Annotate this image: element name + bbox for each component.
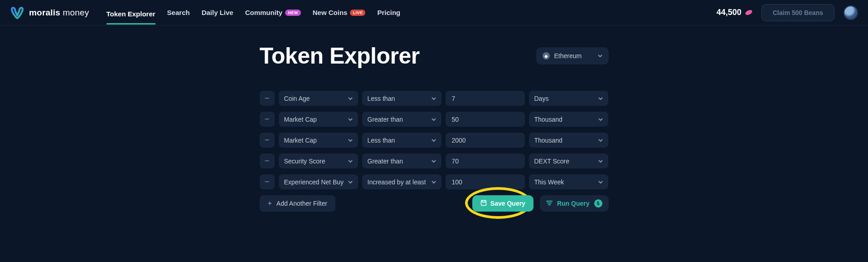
unit-label: Thousand: [534, 116, 598, 123]
page-header: Token Explorer ◆ Ethereum: [260, 43, 609, 69]
value-input[interactable]: [446, 91, 525, 106]
filter-icon: [546, 200, 553, 208]
bean-count: 44,500: [717, 8, 752, 17]
comparator-label: Less than: [368, 137, 432, 144]
nav-token-explorer[interactable]: Token Explorer: [107, 7, 155, 25]
nav-new-coins-label: New Coins: [313, 9, 348, 16]
new-badge: NEW: [285, 10, 301, 16]
filter-row: −Experienced Net BuyIncreased by at leas…: [260, 174, 609, 189]
unit-select[interactable]: Thousand: [529, 112, 608, 127]
chevron-down-icon: [432, 180, 436, 184]
metric-label: Market Cap: [284, 116, 348, 123]
filter-list: −Coin AgeLess thanDays−Market CapGreater…: [260, 91, 609, 189]
value-input[interactable]: [446, 153, 525, 168]
chevron-down-icon: [348, 138, 353, 143]
unit-select[interactable]: This Week: [529, 174, 608, 189]
plus-icon: +: [268, 199, 272, 208]
chevron-down-icon: [598, 96, 603, 101]
main-content: Token Explorer ◆ Ethereum −Coin AgeLess …: [0, 25, 868, 212]
svg-rect-1: [482, 200, 485, 202]
chain-label: Ethereum: [554, 52, 593, 59]
chain-select[interactable]: ◆ Ethereum: [536, 47, 609, 64]
metric-select[interactable]: Experienced Net Buy: [279, 174, 358, 189]
comparator-label: Greater than: [368, 158, 432, 165]
run-query-button[interactable]: Run Query 5: [540, 195, 609, 212]
nav-community[interactable]: Community NEW: [245, 6, 301, 19]
unit-select[interactable]: Thousand: [529, 133, 608, 148]
comparator-select[interactable]: Increased by at least: [362, 174, 441, 189]
chevron-down-icon: [348, 180, 353, 184]
save-icon: [480, 200, 487, 208]
remove-filter-button[interactable]: −: [260, 91, 275, 106]
topbar: moralis money Token Explorer Search Dail…: [0, 0, 868, 25]
comparator-label: Less than: [368, 95, 432, 102]
nav-pricing[interactable]: Pricing: [377, 6, 400, 19]
nav-search[interactable]: Search: [167, 6, 190, 19]
chevron-down-icon: [348, 159, 353, 163]
chevron-down-icon: [348, 117, 353, 122]
filter-row: −Market CapGreater thanThousand: [260, 112, 609, 127]
metric-label: Experienced Net Buy: [284, 178, 348, 186]
metric-select[interactable]: Coin Age: [279, 91, 358, 106]
remove-filter-button[interactable]: −: [260, 112, 275, 127]
svg-rect-0: [481, 200, 486, 205]
bean-icon: [745, 9, 753, 16]
nav-new-coins[interactable]: New Coins LIVE: [313, 6, 366, 19]
page-title: Token Explorer: [260, 43, 420, 69]
claim-beans-button[interactable]: Claim 500 Beans: [761, 4, 834, 21]
save-query-label: Save Query: [490, 200, 525, 207]
comparator-label: Increased by at least: [368, 178, 432, 186]
chevron-down-icon: [598, 117, 603, 122]
filter-row: −Market CapLess thanThousand: [260, 133, 609, 148]
run-count-badge: 5: [594, 199, 602, 208]
chevron-down-icon: [348, 96, 353, 101]
unit-select[interactable]: Days: [529, 91, 608, 106]
unit-label: Thousand: [534, 137, 598, 144]
value-input[interactable]: [446, 133, 525, 148]
topbar-right: 44,500 Claim 500 Beans: [717, 4, 858, 21]
comparator-select[interactable]: Less than: [362, 133, 441, 148]
chevron-down-icon: [598, 180, 603, 184]
filter-row: −Coin AgeLess thanDays: [260, 91, 609, 106]
add-filter-label: Add Another Filter: [276, 200, 327, 207]
metric-label: Coin Age: [284, 95, 348, 102]
metric-label: Market Cap: [284, 137, 348, 144]
nav-community-label: Community: [245, 9, 283, 16]
main-nav: Token Explorer Search Daily Live Communi…: [107, 6, 401, 19]
chevron-down-icon: [598, 138, 603, 143]
chevron-down-icon: [598, 159, 603, 163]
value-input[interactable]: [446, 174, 525, 189]
metric-select[interactable]: Security Score: [279, 153, 358, 168]
metric-select[interactable]: Market Cap: [279, 112, 358, 127]
remove-filter-button[interactable]: −: [260, 174, 275, 189]
metric-label: Security Score: [284, 158, 348, 165]
avatar[interactable]: [844, 5, 858, 20]
actions-row: + Add Another Filter Save Query: [260, 195, 609, 212]
bean-count-value: 44,500: [717, 8, 742, 17]
chevron-down-icon: [432, 117, 436, 122]
unit-label: This Week: [534, 178, 598, 186]
add-filter-button[interactable]: + Add Another Filter: [260, 195, 335, 212]
logo-mark-icon: [10, 6, 24, 19]
brand-logo[interactable]: moralis money: [10, 6, 89, 19]
comparator-select[interactable]: Less than: [362, 91, 441, 106]
comparator-select[interactable]: Greater than: [362, 153, 441, 168]
unit-select[interactable]: DEXT Score: [529, 153, 608, 168]
remove-filter-button[interactable]: −: [260, 153, 275, 168]
metric-select[interactable]: Market Cap: [279, 133, 358, 148]
brand-name: moralis money: [29, 8, 89, 18]
run-query-label: Run Query: [557, 200, 590, 207]
nav-daily-live[interactable]: Daily Live: [202, 6, 233, 19]
save-query-button[interactable]: Save Query: [472, 195, 533, 212]
value-input[interactable]: [446, 112, 525, 127]
chevron-down-icon: [432, 138, 436, 143]
chevron-down-icon: [432, 159, 436, 163]
remove-filter-button[interactable]: −: [260, 133, 275, 148]
chevron-down-icon: [432, 96, 436, 101]
live-badge: LIVE: [350, 10, 365, 16]
comparator-select[interactable]: Greater than: [362, 112, 441, 127]
ethereum-icon: ◆: [543, 52, 550, 59]
filter-row: −Security ScoreGreater thanDEXT Score: [260, 153, 609, 168]
unit-label: DEXT Score: [534, 158, 598, 165]
comparator-label: Greater than: [368, 116, 432, 123]
